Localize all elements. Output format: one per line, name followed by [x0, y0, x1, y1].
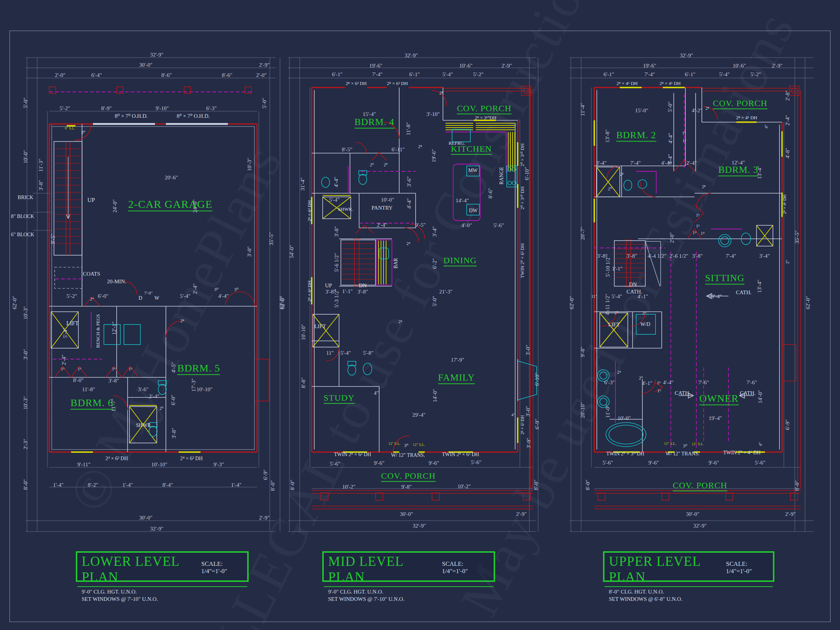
dimension-label: BENCH & PEGS: [96, 314, 100, 348]
dimension-label: 6'-9": [785, 420, 790, 430]
dimension-label: 1⁶: [61, 367, 65, 371]
dimension-label: 2'-9": [785, 512, 796, 517]
dimension-label: 2⁸ × 6² DH: [346, 81, 366, 86]
dimension-label: CATH.: [675, 390, 690, 396]
dimension-label: 5'-4": [612, 294, 622, 299]
dimension-label: 2⁸ × 6² DH: [307, 280, 312, 301]
dimension-label: 5'-4": [443, 72, 453, 77]
dimension-label: 20-MIN.: [107, 279, 126, 284]
dimension-label: REFRG.: [448, 141, 465, 145]
dimension-label: 2⁸: [702, 185, 706, 189]
dimension-label: 5'-6": [494, 223, 504, 228]
dimension-label: 62'-0": [279, 296, 284, 309]
dimension-label: 2'-9": [502, 63, 512, 68]
dimension-label: 4'-4": [406, 198, 412, 209]
dimension-label: BAR: [393, 258, 398, 269]
room-label: BDRM. 2: [616, 131, 656, 142]
dimension-label: 30'-0": [139, 62, 152, 68]
dimension-label: 2'-9": [259, 62, 270, 68]
dimension-label: 5'-2": [67, 294, 77, 299]
room-label: COV. PORCH: [713, 99, 767, 109]
dimension-label: 2⁴: [406, 242, 410, 246]
dimension-label: 3'-0": [23, 349, 28, 360]
room-label: DINING: [443, 256, 477, 267]
dimension-label: 1'-4": [53, 482, 64, 488]
upper-plan-doors: [602, 106, 717, 394]
dimension-label: 2⁴: [398, 319, 402, 324]
dimension-label: 1⁶: [696, 224, 699, 228]
dimension-label: 62'-0": [12, 296, 17, 309]
dimension-label: 10'-3": [23, 396, 28, 409]
dimension-label: 2⁸ × 6² DH: [307, 200, 312, 221]
dimension-label: 5'-4": [63, 328, 68, 338]
dimension-label: 6'-11": [392, 147, 405, 152]
dimension-label: 3'-0": [525, 345, 531, 355]
dimension-label: 4'-5": [171, 362, 177, 373]
dimension-label: 21'-3": [439, 289, 452, 295]
dimension-label: 11": [326, 351, 334, 356]
mid-plan-stairs: [341, 239, 376, 286]
dimension-label: UP: [325, 283, 332, 288]
dimension-label: 4'-4": [662, 160, 672, 166]
dimension-label: 35'-5": [269, 232, 274, 245]
dimension-label: 1⁶: [696, 213, 699, 217]
dimension-label: 2⁸ × 4⁶ DH: [736, 115, 757, 120]
dimension-label: 30'-0": [139, 515, 152, 521]
dimension-label: 2'-4": [785, 115, 790, 126]
dimension-label: 20'-6": [165, 175, 178, 180]
dimension-label: 3'-8": [171, 428, 177, 439]
dimension-label: 6'-10": [524, 167, 530, 180]
dimension-label: 1⁶: [657, 388, 661, 393]
dimension-label: 15'-0": [635, 108, 648, 114]
dimension-label: 32'-9": [150, 52, 163, 58]
dimension-label: 32'-9": [413, 523, 426, 529]
dimension-label: 8'-0": [794, 480, 800, 491]
dimension-label: TWIN 2⁸ × 3¹⁰DH: [606, 452, 644, 456]
dimension-label: 3⁰: [404, 443, 408, 448]
dimension-label: 62'-0": [569, 296, 575, 309]
dimension-label: 20'-7": [580, 227, 586, 240]
dimension-label: 8" BLOCK: [11, 214, 34, 219]
upper-plan-stairs: [614, 240, 661, 287]
dimension-label: 10'-2": [458, 484, 471, 489]
dimension-label: 11'-0": [605, 405, 611, 418]
dimension-label: TWIN 2⁸ × 4⁶ DH: [723, 450, 761, 455]
dimension-label: 4'-1": [642, 381, 653, 386]
dimension-label: 8'-8": [301, 378, 306, 388]
room-label: BDRM. 6: [70, 398, 113, 410]
dimension-label: 9'-8": [580, 347, 586, 357]
dimension-label: 9'-11": [77, 462, 90, 467]
dimension-label: 3'-10": [426, 112, 440, 117]
dimension-label: 9'-5": [50, 234, 56, 244]
plan-scale: SCALE: 1/4"=1'-0": [201, 561, 243, 575]
dimension-label: 2⁰ × 3¹⁰ DH: [520, 143, 525, 166]
dimension-label: 3'-4": [432, 226, 437, 237]
dimension-label: 14'-0": [433, 389, 438, 402]
dimension-label: 8'-0": [270, 480, 276, 491]
dimension-label: PANTRY: [371, 205, 393, 211]
dimension-label: 10'-0": [617, 415, 631, 421]
dimension-label: 2'-4": [149, 394, 160, 399]
dimension-label: 9'-6": [709, 460, 719, 466]
dimension-label: 5'-8": [363, 351, 374, 356]
dimension-label: 2⁸: [706, 106, 709, 111]
dimension-label: SHWR.: [136, 423, 152, 428]
room-label: 2-CAR GARAGE: [128, 199, 212, 212]
dimension-label: 8'-6": [488, 188, 493, 199]
plan-note: SET WINDOWS @ 6'-8" U.N.O.: [609, 595, 769, 603]
room-label: STUDY: [324, 393, 354, 404]
dimension-label: 6'-0": [171, 395, 176, 406]
dimension-label: 5'-2": [473, 72, 484, 77]
dimension-label: 4'-4": [333, 177, 339, 187]
dimension-label: 3'-0": [525, 406, 531, 417]
dimension-label: 35'-5": [794, 231, 800, 243]
dimension-label: 5'-2": [60, 106, 70, 111]
dimension-label: 8'-2": [88, 482, 98, 488]
dimension-label: TWIN 2⁰ × 6² DH: [520, 243, 525, 278]
dimension-label: 6'-1": [604, 72, 614, 77]
dimension-label: 2⁸ × 4⁶ DH: [782, 194, 787, 214]
plan-note: 9'-0" CLG. HGT. U.N.O.: [82, 588, 243, 595]
dimension-label: 12'-1": [112, 322, 117, 335]
dimension-label: 20'-10": [580, 402, 586, 418]
dimension-label: 4": [374, 390, 379, 396]
